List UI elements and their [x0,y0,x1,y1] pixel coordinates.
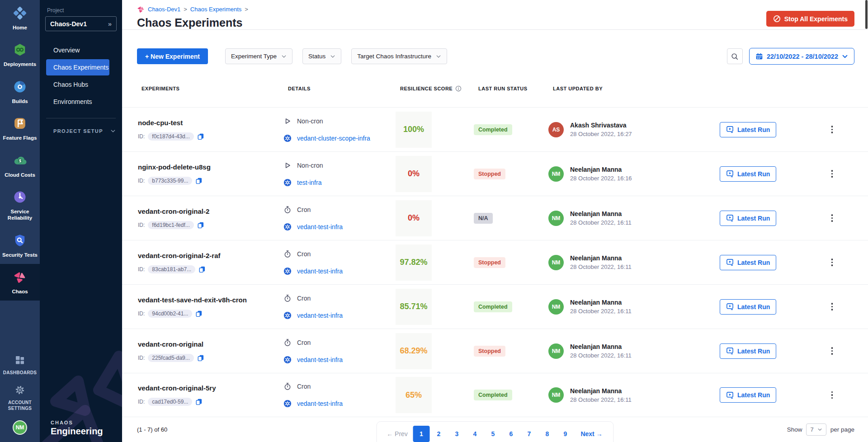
menu-overview[interactable]: Overview [46,42,109,58]
prev-page-button[interactable]: ← Prev [382,426,413,442]
date-range-picker[interactable]: 22/10/2022 - 28/10/2022 [749,48,854,65]
page-button-9[interactable]: 9 [557,426,575,442]
target-infrastructure-filter[interactable]: Target Chaos Infrastructure [351,48,447,64]
copy-icon[interactable] [195,177,203,184]
experiment-id: f6d19bc1-fedf... [148,221,193,229]
latest-run-button[interactable]: Latest Run [720,166,776,182]
nav-service-reliability[interactable]: Service Reliability [0,184,40,227]
info-icon[interactable] [455,85,462,92]
experiment-name[interactable]: vedant-cron-original-2-raf [137,252,283,259]
latest-run-button[interactable]: Latest Run [720,255,776,270]
chaos-breadcrumb-icon [137,5,145,13]
search-button[interactable] [727,48,743,64]
cloud-costs-icon [13,154,27,167]
kebab-menu-icon[interactable] [829,257,836,268]
experiment-name[interactable]: vedant-cron-original [137,340,283,348]
collapse-panel-icon[interactable]: » [108,20,112,28]
breadcrumb-experiments-link[interactable]: Chaos Experiments [190,6,241,13]
chevron-down-icon [330,54,335,59]
project-setup-toggle[interactable]: PROJECT SETUP [53,128,116,134]
resilience-score-box: 65% [396,377,432,413]
kebab-menu-icon[interactable] [829,390,836,401]
infrastructure-link[interactable]: vedant-test-infra [297,356,343,363]
copy-icon[interactable] [197,133,204,140]
infrastructure-link[interactable]: vedant-cluster-scope-infra [297,135,370,142]
latest-run-button[interactable]: Latest Run [720,122,776,137]
copy-icon[interactable] [197,221,204,229]
nav-account-settings[interactable]: ACCOUNT SETTINGS [0,380,40,416]
nav-deployments[interactable]: Deployments [0,37,40,73]
breadcrumb: Chaos-Dev1 > Chaos Experiments > [137,5,854,13]
nav-home[interactable]: Home [0,0,40,37]
page-button-5[interactable]: 5 [484,426,502,442]
experiment-name[interactable]: vedant-test-save-nd-exit-v8h-cron [137,296,283,304]
page-button-4[interactable]: 4 [466,426,484,442]
latest-run-button[interactable]: Latest Run [720,343,776,359]
module-title: Engineering [51,426,103,437]
rail-bottom-group: DASHBOARDS ACCOUNT SETTINGS NM [0,350,40,442]
breadcrumb-project-link[interactable]: Chaos-Dev1 [148,6,180,13]
last-run-status-badge: Completed [474,301,512,312]
kebab-menu-icon[interactable] [829,301,836,312]
infrastructure-link[interactable]: vedant-test-infra [297,223,343,230]
latest-run-button[interactable]: Latest Run [720,387,776,403]
copy-icon[interactable] [198,266,206,273]
page-button-1[interactable]: 1 [413,426,430,442]
menu-chaos-experiments[interactable]: Chaos Experiments [46,59,109,75]
nav-builds[interactable]: Builds [0,74,40,110]
new-experiment-button[interactable]: + New Experiment [137,48,208,64]
nav-dashboards[interactable]: DASHBOARDS [0,350,40,381]
chevron-down-icon [436,54,441,59]
copy-icon[interactable] [195,310,203,317]
infrastructure-link[interactable]: vedant-test-infra [297,268,343,275]
page-button-8[interactable]: 8 [538,426,557,442]
experiment-name[interactable]: node-cpu-test [137,119,283,127]
user-avatar[interactable]: NM [13,420,27,435]
kebab-menu-icon[interactable] [829,212,836,224]
kebab-menu-icon[interactable] [829,345,836,357]
stop-all-experiments-button[interactable]: Stop All Experiments [766,11,854,27]
id-label: ID: [138,222,145,228]
id-label: ID: [138,310,145,317]
next-page-button[interactable]: Next → [575,426,609,442]
infrastructure-link[interactable]: test-infra [297,179,321,186]
experiment-name[interactable]: nginx-pod-delete-u8sg [137,163,283,171]
resilience-score-value: 0% [408,213,420,223]
experiment-name[interactable]: vedant-cron-original-2 [137,207,283,215]
dashboards-icon [14,355,25,366]
project-sidebar: Project Chaos-Dev1 » Overview Chaos Expe… [40,0,122,442]
updated-at-timestamp: 28 October 2022, 16:11 [570,263,632,270]
nav-cloud-costs[interactable]: Cloud Costs [0,147,40,184]
infrastructure-link[interactable]: vedant-test-infra [297,312,343,319]
experiment-type-filter[interactable]: Experiment Type [225,48,292,64]
infrastructure-link[interactable]: vedant-test-infra [297,400,343,407]
nav-security-tests[interactable]: Security Tests [0,227,40,264]
id-label: ID: [138,178,145,184]
menu-environments[interactable]: Environments [46,94,109,110]
table-row: vedant-cron-original ID: 225fcad5-da9...… [122,329,868,373]
latest-run-button[interactable]: Latest Run [720,299,776,315]
per-page-select[interactable]: 7 [806,423,826,436]
copy-icon[interactable] [197,354,204,362]
latest-run-button[interactable]: Latest Run [720,211,776,226]
nav-feature-flags[interactable]: Feature Flags [0,110,40,147]
page-button-3[interactable]: 3 [448,426,466,442]
copy-icon[interactable] [195,398,203,405]
page-button-6[interactable]: 6 [502,426,520,442]
chevron-down-icon [281,54,287,59]
page-button-2[interactable]: 2 [430,426,448,442]
project-selector[interactable]: Chaos-Dev1 » [45,16,117,31]
nav-chaos[interactable]: Chaos [0,264,40,301]
page-button-7[interactable]: 7 [520,426,538,442]
vertical-scrollbar-thumb[interactable] [865,0,868,29]
experiment-id: 225fcad5-da9... [148,354,193,362]
menu-chaos-hubs[interactable]: Chaos Hubs [46,76,109,93]
kebab-menu-icon[interactable] [829,124,836,135]
status-filter[interactable]: Status [302,48,341,64]
resilience-score-value: 100% [403,125,424,134]
table-row: vedant-cron-original-5ry ID: cad17ed0-59… [122,373,868,417]
kebab-menu-icon[interactable] [829,168,836,179]
col-last-updated-by: LAST UPDATED BY [548,86,720,91]
module-nav-rail: Home Deployments Builds Feature Flags Cl… [0,0,40,442]
experiment-name[interactable]: vedant-cron-original-5ry [137,384,283,392]
